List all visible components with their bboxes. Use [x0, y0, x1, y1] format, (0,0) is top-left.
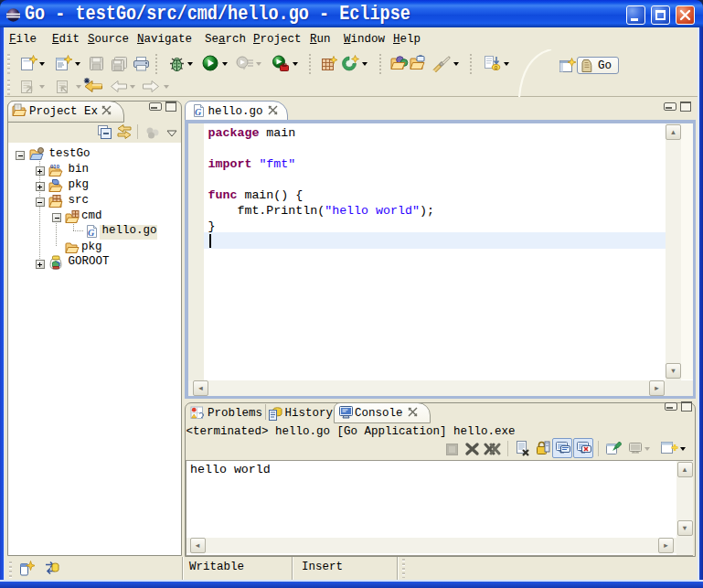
svg-text:G: G	[88, 228, 95, 238]
svg-text:010: 010	[50, 164, 60, 169]
svg-text:G: G	[195, 107, 202, 117]
